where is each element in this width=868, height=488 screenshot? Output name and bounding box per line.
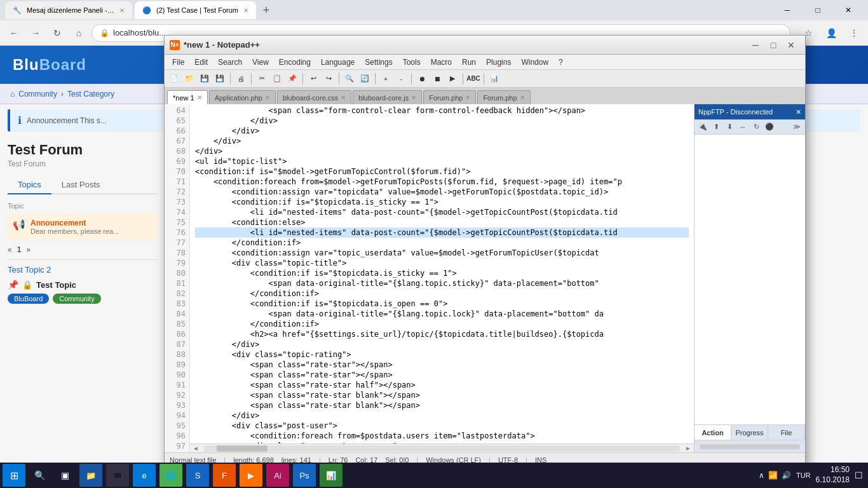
tool-zoomin[interactable]: + [379, 72, 393, 86]
notification-button[interactable]: ☐ [855, 470, 863, 480]
tool-undo[interactable]: ↩ [306, 72, 320, 86]
ftp-refresh-btn[interactable]: ↻ [750, 121, 762, 133]
reload-button[interactable]: ↻ [48, 24, 66, 42]
browser-tab-inactive[interactable]: 🔧 Mesaj düzenleme Paneli - R10.ne... ✕ [5, 1, 132, 19]
menu-encoding[interactable]: Encoding [274, 55, 316, 69]
tool-save[interactable]: 💾 [198, 72, 212, 86]
tab2-close[interactable]: ✕ [243, 7, 248, 14]
ftp-settings-btn[interactable]: ≫ [791, 121, 803, 133]
breadcrumb-community[interactable]: Community [18, 90, 57, 98]
npp-close-button[interactable]: ✕ [782, 37, 800, 53]
menu-file[interactable]: File [167, 55, 189, 69]
user-button[interactable]: 👤 [822, 24, 840, 42]
tool-cut[interactable]: ✂ [255, 72, 269, 86]
next-page[interactable]: » [26, 245, 31, 254]
tab-forum1-close[interactable]: ✕ [465, 94, 470, 101]
tool-print[interactable]: 🖨 [234, 72, 248, 86]
tool-macro-stop[interactable]: ⏹ [430, 72, 444, 86]
start-button[interactable]: ⊞ [3, 464, 25, 487]
ftp-sync-btn[interactable]: ↔ [737, 121, 749, 133]
tag-bluboard[interactable]: BluBoard [8, 294, 49, 304]
taskbar-clock[interactable]: 16:50 6.10.2018 [816, 465, 850, 485]
tool-new[interactable]: 📄 [167, 72, 181, 86]
new-tab-button[interactable]: + [259, 3, 274, 18]
menu-help[interactable]: ? [553, 55, 568, 69]
tray-chevron[interactable]: ∧ [759, 471, 764, 480]
menu-view[interactable]: View [247, 55, 274, 69]
tool-zoomout[interactable]: - [394, 72, 408, 86]
ftp-connect-btn[interactable]: 🔌 [697, 121, 709, 133]
menu-window[interactable]: Window [516, 55, 553, 69]
maximize-button[interactable]: □ [803, 0, 832, 20]
task-view-button[interactable]: ▣ [53, 464, 76, 487]
menu-run[interactable]: Run [457, 55, 481, 69]
tab-bbcss-close[interactable]: ✕ [341, 94, 346, 101]
taskbar-app-5[interactable]: S [186, 464, 209, 487]
npp-tab-bbcss[interactable]: bluboard-core.css ✕ [277, 90, 351, 104]
tool-open[interactable]: 📁 [182, 72, 196, 86]
menu-button[interactable]: ⋮ [845, 24, 863, 42]
menu-language[interactable]: Language [316, 55, 360, 69]
taskbar-app-10[interactable]: 📊 [320, 464, 342, 487]
horizontal-scrollbar[interactable]: ◄ ► [190, 444, 694, 452]
tab-new1-close[interactable]: ✕ [197, 94, 202, 101]
tool-abc[interactable]: ABC [466, 72, 480, 86]
taskbar-app-7[interactable]: ▶ [240, 464, 262, 487]
ftp-upload-btn[interactable]: ⬆ [710, 121, 722, 133]
ftp-tab-action[interactable]: Action [695, 425, 731, 440]
back-button[interactable]: ← [5, 24, 23, 42]
network-icon[interactable]: 📶 [768, 471, 778, 480]
tag-community[interactable]: Community [53, 294, 101, 304]
tab-last-posts[interactable]: Last Posts [51, 176, 111, 193]
npp-tab-bbjs[interactable]: bluboard-core.js ✕ [353, 90, 422, 104]
close-button[interactable]: ✕ [834, 0, 863, 20]
menu-tools[interactable]: Tools [398, 55, 426, 69]
taskbar-app-9[interactable]: Ps [293, 464, 316, 487]
menu-edit[interactable]: Edit [189, 55, 213, 69]
npp-tab-new1[interactable]: *new 1 ✕ [167, 90, 208, 104]
browser-tab-active[interactable]: 🔵 (2) Test Case | Test Forum ✕ [135, 1, 256, 19]
volume-icon[interactable]: 🔊 [782, 471, 791, 480]
test-topic2-link[interactable]: Test Topic 2 [8, 265, 158, 274]
tool-replace[interactable]: 🔄 [358, 72, 372, 86]
menu-macro[interactable]: Macro [426, 55, 457, 69]
taskbar-app-1[interactable]: 📁 [79, 464, 102, 487]
tool-saveall[interactable]: 💾 [213, 72, 227, 86]
prev-page[interactable]: « [8, 245, 12, 254]
npp-tab-forum1[interactable]: Forum.php ✕ [423, 90, 476, 104]
menu-settings[interactable]: Settings [360, 55, 397, 69]
ftp-scrollbar[interactable] [700, 444, 800, 449]
taskbar-app-6[interactable]: F [213, 464, 236, 487]
home-button[interactable]: ⌂ [70, 24, 88, 42]
tool-paste[interactable]: 📌 [285, 72, 299, 86]
language-indicator[interactable]: TUR [796, 471, 811, 479]
taskbar-app-4[interactable]: 🌐 [159, 464, 182, 487]
npp-minimize-button[interactable]: ─ [747, 37, 764, 53]
tool-find[interactable]: 🔍 [342, 72, 356, 86]
npp-maximize-button[interactable]: □ [764, 37, 782, 53]
taskbar-app-2[interactable]: ✉ [106, 464, 129, 487]
tab-topics[interactable]: Topics [8, 176, 51, 194]
tool-macro-play[interactable]: ▶ [445, 72, 459, 86]
test-topic-name[interactable]: Test Topic [36, 280, 76, 290]
search-button[interactable]: 🔍 [28, 464, 51, 487]
hscroll-thumb[interactable] [217, 445, 268, 452]
minimize-button[interactable]: ─ [773, 0, 802, 20]
menu-plugins[interactable]: Plugins [481, 55, 516, 69]
npp-tab-application[interactable]: Application.php ✕ [209, 90, 276, 104]
ftp-close-icon[interactable]: ✕ [796, 108, 801, 116]
tool-copy[interactable]: 📋 [270, 72, 284, 86]
tab-forum2-close[interactable]: ✕ [520, 94, 525, 101]
taskbar-app-3[interactable]: e [133, 464, 156, 487]
ftp-tab-progress[interactable]: Progress [731, 425, 768, 440]
hscroll-track[interactable] [204, 445, 680, 452]
tab-bbjs-close[interactable]: ✕ [411, 94, 416, 101]
tool-macro-rec[interactable]: ⏺ [415, 72, 429, 86]
menu-search[interactable]: Search [213, 55, 247, 69]
forward-button[interactable]: → [27, 24, 44, 42]
ftp-tab-file[interactable]: File [768, 425, 805, 440]
tab-app-close[interactable]: ✕ [265, 94, 270, 101]
npp-tab-forum2[interactable]: Forum.php ✕ [477, 90, 530, 104]
tool-extra[interactable]: 📊 [487, 72, 501, 86]
ftp-cancel-btn[interactable]: ⚫ [764, 121, 775, 133]
